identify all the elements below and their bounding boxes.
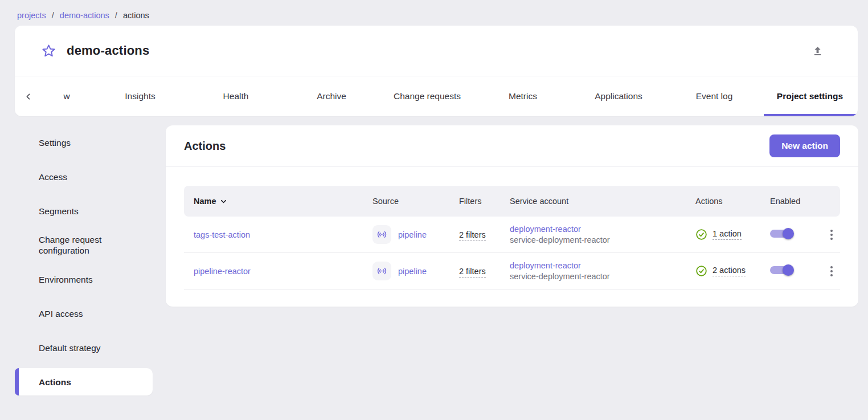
action-name-link[interactable]: pipeline-reactor bbox=[194, 267, 251, 276]
project-tabs: w Insights Health Archive Change request… bbox=[15, 76, 858, 116]
tab-change-requests[interactable]: Change requests bbox=[379, 76, 475, 116]
signal-icon bbox=[372, 225, 391, 244]
breadcrumb-projects[interactable]: projects bbox=[17, 11, 46, 20]
chevron-left-icon bbox=[23, 92, 33, 101]
project-header: demo-actions bbox=[15, 26, 858, 76]
table-row: pipeline-reactor pipeline 2 filters bbox=[184, 253, 840, 289]
sidebar-item-change-request-configuration[interactable]: Change request configuration bbox=[15, 228, 153, 262]
tab-event-log[interactable]: Event log bbox=[666, 76, 762, 116]
column-header-name-label: Name bbox=[194, 197, 216, 206]
service-account-link[interactable]: deployment-reactor bbox=[510, 225, 581, 234]
source-link[interactable]: pipeline bbox=[398, 267, 427, 276]
sidebar-item-api-access[interactable]: API access bbox=[15, 296, 153, 331]
row-menu-button[interactable] bbox=[827, 226, 836, 243]
column-header-actions: Actions bbox=[695, 197, 770, 206]
column-header-source: Source bbox=[372, 197, 459, 206]
toggle-thumb bbox=[783, 228, 794, 239]
sidebar-item-environments[interactable]: Environments bbox=[15, 262, 153, 296]
filters-count[interactable]: 2 filters bbox=[459, 230, 486, 241]
actions-panel-header: Actions New action bbox=[166, 125, 858, 167]
actions-count[interactable]: 2 actions bbox=[713, 266, 746, 276]
tabs-scroll-left-button[interactable] bbox=[15, 76, 41, 116]
filters-count[interactable]: 2 filters bbox=[459, 267, 486, 278]
service-account-id: service-deployment-reactor bbox=[510, 235, 610, 244]
row-menu-button[interactable] bbox=[827, 263, 836, 280]
actions-panel: Actions New action Name Source Filters S… bbox=[166, 125, 858, 307]
breadcrumb-current: actions bbox=[123, 11, 149, 20]
breadcrumb: projects / demo-actions / actions bbox=[0, 0, 868, 20]
actions-table: Name Source Filters Service account Acti… bbox=[166, 167, 858, 307]
column-header-filters: Filters bbox=[459, 197, 510, 206]
breadcrumb-separator: / bbox=[115, 11, 117, 20]
service-account-link[interactable]: deployment-reactor bbox=[510, 261, 581, 270]
tab-health[interactable]: Health bbox=[188, 76, 284, 116]
check-circle-icon bbox=[695, 229, 707, 240]
settings-layout: Settings Access Segments Change request … bbox=[0, 125, 868, 395]
new-action-button[interactable]: New action bbox=[769, 134, 840, 157]
check-circle-icon bbox=[695, 265, 707, 277]
tab-overview[interactable]: w bbox=[41, 76, 92, 116]
signal-icon bbox=[372, 262, 391, 280]
sidebar-item-default-strategy[interactable]: Default strategy bbox=[15, 331, 153, 365]
panel-title: Actions bbox=[184, 140, 769, 153]
column-header-service-account: Service account bbox=[510, 197, 695, 206]
breadcrumb-separator: / bbox=[52, 11, 54, 20]
upload-icon bbox=[812, 45, 824, 57]
chevron-down-icon bbox=[219, 197, 228, 206]
source-link[interactable]: pipeline bbox=[398, 230, 427, 239]
kebab-menu-icon bbox=[830, 230, 833, 240]
table-header-row: Name Source Filters Service account Acti… bbox=[184, 186, 840, 217]
sidebar-item-actions[interactable]: Actions bbox=[15, 368, 153, 395]
table-row: tags-test-action pipeline 2 filters bbox=[184, 217, 840, 253]
export-button[interactable] bbox=[808, 42, 827, 60]
sidebar-item-access[interactable]: Access bbox=[15, 160, 153, 194]
page-title: demo-actions bbox=[67, 43, 808, 58]
settings-sidebar: Settings Access Segments Change request … bbox=[15, 125, 153, 395]
sidebar-item-settings[interactable]: Settings bbox=[15, 125, 153, 160]
service-account-id: service-deployment-reactor bbox=[510, 272, 610, 281]
action-name-link[interactable]: tags-test-action bbox=[194, 230, 250, 239]
column-header-enabled: Enabled bbox=[770, 197, 822, 206]
project-header-card: demo-actions w Insights Health Archive C… bbox=[15, 26, 858, 116]
sidebar-item-segments[interactable]: Segments bbox=[15, 194, 153, 228]
toggle-thumb bbox=[783, 264, 794, 276]
enabled-toggle[interactable] bbox=[770, 263, 794, 278]
tab-project-settings[interactable]: Project settings bbox=[762, 76, 858, 116]
tab-archive[interactable]: Archive bbox=[284, 76, 379, 116]
enabled-toggle[interactable] bbox=[770, 226, 794, 241]
favorite-button[interactable] bbox=[39, 41, 59, 61]
tab-applications[interactable]: Applications bbox=[571, 76, 666, 116]
column-header-name[interactable]: Name bbox=[194, 197, 372, 206]
tab-insights[interactable]: Insights bbox=[92, 76, 188, 116]
star-icon bbox=[41, 43, 56, 59]
tab-metrics[interactable]: Metrics bbox=[475, 76, 571, 116]
actions-count[interactable]: 1 action bbox=[713, 229, 742, 240]
breadcrumb-project[interactable]: demo-actions bbox=[60, 11, 109, 20]
kebab-menu-icon bbox=[830, 266, 833, 276]
